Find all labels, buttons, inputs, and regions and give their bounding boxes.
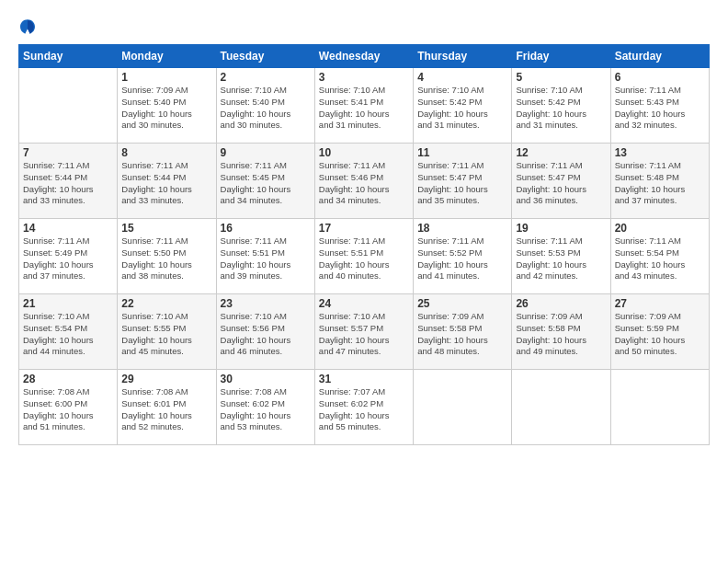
weekday-header-thursday: Thursday <box>414 45 512 68</box>
day-number: 21 <box>23 297 113 310</box>
day-number: 19 <box>516 222 606 235</box>
header <box>18 17 710 35</box>
day-number: 25 <box>417 297 507 310</box>
calendar-cell: 8Sunrise: 7:11 AMSunset: 5:44 PMDaylight… <box>118 144 216 219</box>
day-number: 22 <box>121 297 211 310</box>
day-number: 17 <box>319 222 409 235</box>
day-number: 11 <box>417 146 507 159</box>
day-number: 23 <box>221 297 311 310</box>
day-number: 4 <box>417 71 507 84</box>
weekday-header-sunday: Sunday <box>19 45 118 68</box>
page: SundayMondayTuesdayWednesdayThursdayFrid… <box>0 0 728 563</box>
day-number: 15 <box>121 222 211 235</box>
day-number: 30 <box>221 373 311 385</box>
day-info-text: Sunrise: 7:11 AMSunset: 5:51 PMDaylight:… <box>221 236 311 282</box>
day-number: 31 <box>319 373 409 385</box>
calendar-cell: 13Sunrise: 7:11 AMSunset: 5:48 PMDayligh… <box>610 144 709 219</box>
calendar-table: SundayMondayTuesdayWednesdayThursdayFrid… <box>18 44 710 445</box>
calendar-cell: 24Sunrise: 7:10 AMSunset: 5:57 PMDayligh… <box>314 294 413 370</box>
day-info-text: Sunrise: 7:11 AMSunset: 5:54 PMDaylight:… <box>615 236 705 282</box>
day-info-text: Sunrise: 7:08 AMSunset: 6:00 PMDaylight:… <box>23 386 113 433</box>
calendar-cell: 23Sunrise: 7:10 AMSunset: 5:56 PMDayligh… <box>216 294 314 370</box>
calendar-week-row: 28Sunrise: 7:08 AMSunset: 6:00 PMDayligh… <box>19 370 710 445</box>
day-info-text: Sunrise: 7:08 AMSunset: 6:01 PMDaylight:… <box>121 386 211 433</box>
day-number: 5 <box>516 71 606 84</box>
calendar-cell: 27Sunrise: 7:09 AMSunset: 5:59 PMDayligh… <box>610 294 709 370</box>
day-info-text: Sunrise: 7:10 AMSunset: 5:42 PMDaylight:… <box>417 85 507 132</box>
calendar-cell: 28Sunrise: 7:08 AMSunset: 6:00 PMDayligh… <box>19 370 118 445</box>
day-number: 7 <box>23 146 113 159</box>
day-number: 26 <box>516 297 606 310</box>
calendar-cell: 22Sunrise: 7:10 AMSunset: 5:55 PMDayligh… <box>118 294 216 370</box>
calendar-cell <box>610 370 709 445</box>
day-info-text: Sunrise: 7:08 AMSunset: 6:02 PMDaylight:… <box>221 386 311 433</box>
calendar-cell: 31Sunrise: 7:07 AMSunset: 6:02 PMDayligh… <box>314 370 413 445</box>
calendar-cell: 9Sunrise: 7:11 AMSunset: 5:45 PMDaylight… <box>216 144 314 219</box>
day-number: 18 <box>417 222 507 235</box>
day-info-text: Sunrise: 7:11 AMSunset: 5:49 PMDaylight:… <box>23 236 113 282</box>
weekday-header-saturday: Saturday <box>610 45 709 68</box>
calendar-cell <box>512 370 610 445</box>
day-info-text: Sunrise: 7:07 AMSunset: 6:02 PMDaylight:… <box>319 386 409 433</box>
day-info-text: Sunrise: 7:09 AMSunset: 5:40 PMDaylight:… <box>121 85 211 132</box>
day-number: 2 <box>221 71 311 84</box>
day-info-text: Sunrise: 7:09 AMSunset: 5:59 PMDaylight:… <box>615 311 705 358</box>
day-info-text: Sunrise: 7:11 AMSunset: 5:45 PMDaylight:… <box>221 160 311 207</box>
day-number: 27 <box>615 297 705 310</box>
day-info-text: Sunrise: 7:10 AMSunset: 5:55 PMDaylight:… <box>121 311 211 358</box>
calendar-cell: 21Sunrise: 7:10 AMSunset: 5:54 PMDayligh… <box>19 294 118 370</box>
day-info-text: Sunrise: 7:09 AMSunset: 5:58 PMDaylight:… <box>516 311 606 358</box>
weekday-header-wednesday: Wednesday <box>314 45 413 68</box>
day-info-text: Sunrise: 7:11 AMSunset: 5:51 PMDaylight:… <box>319 236 409 282</box>
calendar-cell: 29Sunrise: 7:08 AMSunset: 6:01 PMDayligh… <box>118 370 216 445</box>
calendar-week-row: 1Sunrise: 7:09 AMSunset: 5:40 PMDaylight… <box>19 68 710 144</box>
weekday-header-monday: Monday <box>118 45 216 68</box>
day-info-text: Sunrise: 7:11 AMSunset: 5:48 PMDaylight:… <box>615 160 705 207</box>
day-number: 14 <box>23 222 113 235</box>
day-number: 1 <box>121 71 211 84</box>
day-number: 12 <box>516 146 606 159</box>
calendar-cell: 18Sunrise: 7:11 AMSunset: 5:52 PMDayligh… <box>414 219 512 294</box>
day-number: 8 <box>121 146 211 159</box>
day-info-text: Sunrise: 7:11 AMSunset: 5:47 PMDaylight:… <box>417 160 507 207</box>
calendar-cell: 11Sunrise: 7:11 AMSunset: 5:47 PMDayligh… <box>414 144 512 219</box>
calendar-cell: 10Sunrise: 7:11 AMSunset: 5:46 PMDayligh… <box>314 144 413 219</box>
day-info-text: Sunrise: 7:10 AMSunset: 5:42 PMDaylight:… <box>516 85 606 132</box>
calendar-cell <box>19 68 118 144</box>
day-number: 29 <box>121 373 211 385</box>
day-info-text: Sunrise: 7:10 AMSunset: 5:41 PMDaylight:… <box>319 85 409 132</box>
day-number: 3 <box>319 71 409 84</box>
calendar-cell: 20Sunrise: 7:11 AMSunset: 5:54 PMDayligh… <box>610 219 709 294</box>
calendar-cell: 12Sunrise: 7:11 AMSunset: 5:47 PMDayligh… <box>512 144 610 219</box>
calendar-cell: 5Sunrise: 7:10 AMSunset: 5:42 PMDaylight… <box>512 68 610 144</box>
weekday-header-friday: Friday <box>512 45 610 68</box>
calendar-cell: 19Sunrise: 7:11 AMSunset: 5:53 PMDayligh… <box>512 219 610 294</box>
logo-icon <box>18 17 37 35</box>
day-info-text: Sunrise: 7:11 AMSunset: 5:47 PMDaylight:… <box>516 160 606 207</box>
calendar-cell: 30Sunrise: 7:08 AMSunset: 6:02 PMDayligh… <box>216 370 314 445</box>
day-info-text: Sunrise: 7:11 AMSunset: 5:46 PMDaylight:… <box>319 160 409 207</box>
day-number: 20 <box>615 222 705 235</box>
calendar-cell: 15Sunrise: 7:11 AMSunset: 5:50 PMDayligh… <box>118 219 216 294</box>
day-info-text: Sunrise: 7:10 AMSunset: 5:56 PMDaylight:… <box>221 311 311 358</box>
calendar-week-row: 7Sunrise: 7:11 AMSunset: 5:44 PMDaylight… <box>19 144 710 219</box>
day-info-text: Sunrise: 7:09 AMSunset: 5:58 PMDaylight:… <box>417 311 507 358</box>
calendar-cell: 14Sunrise: 7:11 AMSunset: 5:49 PMDayligh… <box>19 219 118 294</box>
weekday-header-row: SundayMondayTuesdayWednesdayThursdayFrid… <box>19 45 710 68</box>
logo <box>18 17 40 35</box>
day-number: 6 <box>615 71 705 84</box>
weekday-header-tuesday: Tuesday <box>216 45 314 68</box>
day-info-text: Sunrise: 7:11 AMSunset: 5:53 PMDaylight:… <box>516 236 606 282</box>
day-info-text: Sunrise: 7:10 AMSunset: 5:57 PMDaylight:… <box>319 311 409 358</box>
day-info-text: Sunrise: 7:10 AMSunset: 5:54 PMDaylight:… <box>23 311 113 358</box>
day-info-text: Sunrise: 7:11 AMSunset: 5:44 PMDaylight:… <box>23 160 113 207</box>
calendar-cell: 3Sunrise: 7:10 AMSunset: 5:41 PMDaylight… <box>314 68 413 144</box>
day-info-text: Sunrise: 7:11 AMSunset: 5:52 PMDaylight:… <box>417 236 507 282</box>
day-info-text: Sunrise: 7:11 AMSunset: 5:50 PMDaylight:… <box>121 236 211 282</box>
calendar-week-row: 14Sunrise: 7:11 AMSunset: 5:49 PMDayligh… <box>19 219 710 294</box>
day-number: 16 <box>221 222 311 235</box>
calendar-cell <box>414 370 512 445</box>
calendar-cell: 4Sunrise: 7:10 AMSunset: 5:42 PMDaylight… <box>414 68 512 144</box>
calendar-cell: 25Sunrise: 7:09 AMSunset: 5:58 PMDayligh… <box>414 294 512 370</box>
day-number: 10 <box>319 146 409 159</box>
